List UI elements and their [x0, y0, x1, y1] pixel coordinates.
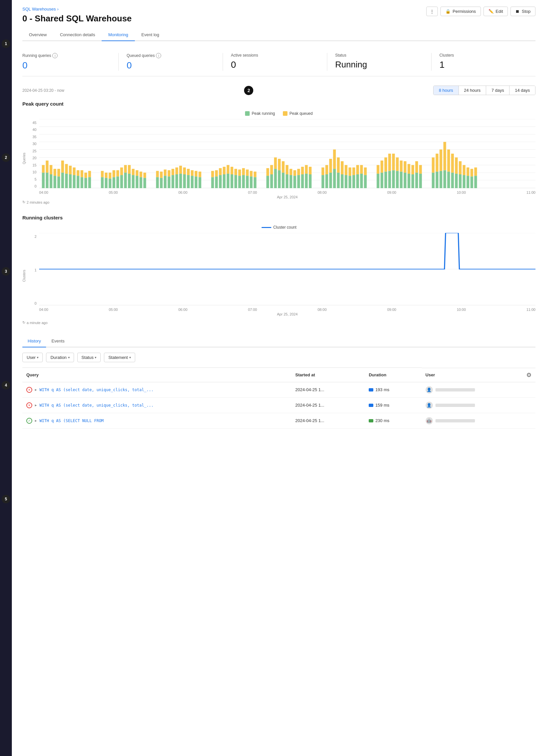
peak-query-x-axis: 04:00 05:00 06:00 07:00 08:00 09:00 10:0… [39, 189, 535, 194]
svg-rect-65 [164, 169, 166, 176]
query-text-1[interactable]: WITH q AS (select date, unique_clicks, t… [39, 388, 154, 392]
tab-monitoring[interactable]: Monitoring [102, 29, 135, 41]
duration-cell-2: 159 ms [369, 403, 417, 408]
tab-event-log[interactable]: Event log [135, 29, 166, 41]
svg-rect-14 [50, 174, 52, 188]
expand-arrow-2[interactable]: ▶ [35, 403, 37, 407]
peak-query-legend: Peak running Peak queued [22, 111, 535, 116]
svg-rect-85 [211, 171, 214, 177]
svg-rect-86 [215, 176, 218, 188]
svg-rect-176 [415, 173, 418, 188]
svg-rect-158 [381, 173, 383, 188]
svg-rect-137 [329, 159, 332, 173]
svg-rect-105 [250, 171, 252, 177]
query-cell-1: ✕ ▶ WITH q AS (select date, unique_click… [26, 387, 178, 393]
stop-button[interactable]: ⏹ Stop [510, 7, 535, 16]
filter-statement[interactable]: Statement ▾ [104, 353, 135, 362]
query-text-3[interactable]: WITH q AS (SELECT NULL FROM [39, 418, 104, 423]
svg-rect-44 [116, 176, 119, 188]
td-user-3: 🤖 [422, 413, 535, 428]
step-1: 1 [2, 39, 10, 48]
svg-rect-27 [73, 167, 75, 175]
history-tab-events[interactable]: Events [46, 335, 70, 347]
svg-rect-25 [69, 166, 72, 174]
svg-rect-203 [474, 167, 477, 176]
legend-peak-queued: Peak queued [283, 111, 313, 116]
svg-rect-67 [168, 170, 170, 176]
svg-rect-63 [160, 172, 162, 178]
svg-rect-118 [285, 174, 288, 188]
svg-rect-174 [411, 174, 414, 188]
edit-button[interactable]: ✏️ Edit [484, 7, 508, 16]
svg-rect-193 [455, 158, 458, 174]
filter-user[interactable]: User ▾ [22, 353, 43, 362]
table-settings-button[interactable]: ⚙ [526, 371, 532, 379]
svg-rect-151 [356, 165, 359, 174]
permissions-label: Permissions [453, 9, 476, 14]
tab-connection-details[interactable]: Connection details [53, 29, 102, 41]
duration-bar-3 [369, 419, 373, 422]
cluster-y-label: Clusters [22, 270, 26, 282]
left-sidebar: 1 2 3 4 5 [0, 0, 12, 756]
refresh-icon: ↻ [22, 200, 25, 204]
time-btn-8h[interactable]: 8 hours [434, 86, 459, 95]
running-queries-label: Running queries i [22, 53, 111, 58]
svg-rect-59 [143, 173, 146, 178]
duration-value-3: 230 ms [375, 418, 389, 423]
svg-rect-55 [136, 170, 138, 176]
user-bar-2 [435, 404, 475, 407]
main-tabs: Overview Connection details Monitoring E… [22, 29, 535, 41]
svg-rect-120 [289, 175, 292, 188]
queued-queries-info-icon[interactable]: i [156, 53, 161, 58]
clusters-label: Clusters [439, 53, 528, 58]
stat-active-sessions: Active sessions 0 [223, 53, 327, 71]
duration-cell-3: 230 ms [369, 418, 417, 423]
filter-status[interactable]: Status ▾ [77, 353, 101, 362]
svg-rect-61 [156, 171, 159, 177]
svg-rect-165 [392, 154, 395, 170]
svg-rect-77 [187, 169, 189, 175]
svg-rect-75 [183, 167, 186, 174]
svg-rect-159 [381, 161, 383, 173]
svg-rect-103 [246, 169, 249, 176]
peak-query-y-label: Queries [22, 153, 26, 164]
svg-rect-129 [305, 165, 308, 174]
filter-duration-label: Duration [50, 355, 66, 360]
svg-rect-186 [443, 170, 446, 188]
time-btn-14d[interactable]: 14 days [509, 86, 535, 95]
stats-row: Running queries i 0 Queued queries i 0 A… [22, 48, 535, 76]
svg-rect-136 [329, 173, 332, 188]
svg-rect-16 [54, 176, 56, 188]
duration-bar-1 [369, 388, 373, 391]
th-query: Query [22, 368, 291, 382]
svg-rect-147 [349, 167, 351, 176]
svg-rect-135 [325, 165, 328, 174]
svg-rect-154 [364, 175, 367, 188]
svg-rect-80 [195, 176, 197, 188]
breadcrumb-parent[interactable]: SQL Warehouses [22, 7, 56, 12]
svg-rect-48 [124, 173, 127, 188]
time-btn-7d[interactable]: 7 days [486, 86, 509, 95]
svg-rect-100 [242, 175, 245, 188]
svg-rect-189 [447, 149, 450, 171]
filter-duration[interactable]: Duration ▾ [46, 353, 74, 362]
query-text-2[interactable]: WITH q AS (select date, unique_clicks, t… [39, 403, 154, 408]
td-user-1: 👤 [422, 382, 535, 398]
td-query-1: ✕ ▶ WITH q AS (select date, unique_click… [22, 382, 291, 398]
time-btn-24h[interactable]: 24 hours [459, 86, 486, 95]
permissions-button[interactable]: 🔒 Permissions [440, 7, 481, 16]
filter-row: User ▾ Duration ▾ Status ▾ Statement ▾ [22, 353, 535, 362]
tab-overview[interactable]: Overview [22, 29, 53, 41]
history-tab-history[interactable]: History [22, 335, 46, 347]
running-queries-info-icon[interactable]: i [52, 53, 58, 58]
svg-rect-96 [235, 175, 237, 188]
user-bar-1 [435, 388, 475, 391]
more-button[interactable]: ⋮ [426, 7, 438, 16]
expand-arrow-1[interactable]: ▶ [35, 388, 37, 391]
expand-arrow-3[interactable]: ▶ [35, 419, 37, 422]
svg-rect-188 [447, 172, 450, 188]
legend-cluster-label: Cluster count [273, 225, 297, 230]
svg-rect-74 [183, 174, 186, 188]
svg-rect-177 [415, 161, 418, 173]
filter-user-label: User [27, 355, 36, 360]
